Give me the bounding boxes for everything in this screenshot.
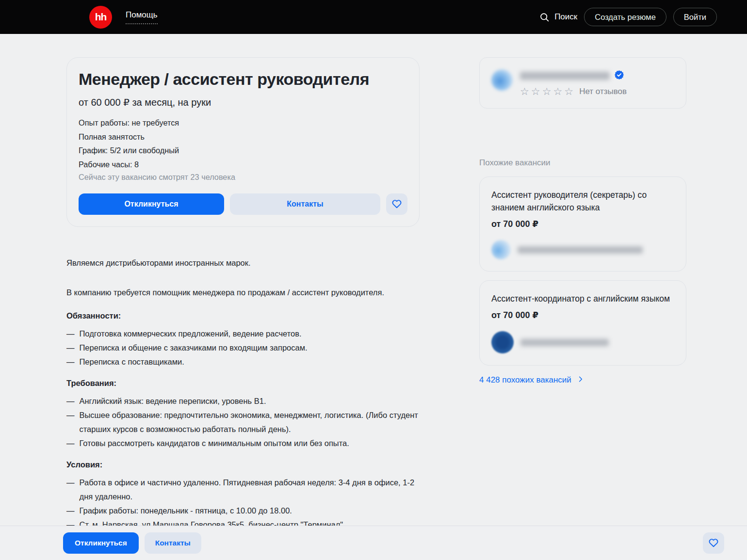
content: Менеджер / ассистент руководителя от 60 … xyxy=(0,34,747,553)
vacancy-salary: от 60 000 ₽ за месяц, на руки xyxy=(79,96,407,108)
sidebar: ☆ ☆ ☆ ☆ ☆ Нет отзывов Похожие вакансии А… xyxy=(479,57,686,385)
list-item-text: Работа в офисе и частично удаленно. Пяти… xyxy=(80,476,420,504)
star-icon: ☆ xyxy=(531,86,540,96)
login-button[interactable]: Войти xyxy=(673,8,717,26)
vacancy-details: Опыт работы: не требуется Полная занятос… xyxy=(79,116,407,171)
hh-logo[interactable]: hh xyxy=(89,6,112,29)
vacancy-detail-employment: Полная занятость xyxy=(79,130,407,144)
list-item: —Переписка и общение с заказчиками по вх… xyxy=(66,341,420,355)
vacancy-page: hh Помощь Поиск Создать резюме Войти Мен… xyxy=(0,0,747,560)
list-item: —Переписка с поставщиками. xyxy=(66,355,420,369)
description-intro: Являемся дистрибьюторами иностранных мар… xyxy=(66,257,420,269)
list-item: —График работы: понедельник - пятница, с… xyxy=(66,504,420,518)
star-icon: ☆ xyxy=(542,86,552,96)
favorite-button[interactable] xyxy=(386,193,407,215)
bullet-dash: — xyxy=(66,476,75,504)
list-item: —Готовы рассмотреть кандидатов с минимал… xyxy=(66,436,420,450)
vacancy-detail-experience: Опыт работы: не требуется xyxy=(79,116,407,130)
duties-list: —Подготовка коммерческих предложений, ве… xyxy=(66,327,420,369)
list-item: —Подготовка коммерческих предложений, ве… xyxy=(66,327,420,341)
similar-vacancy-salary: от 70 000 ₽ xyxy=(491,310,674,320)
section-heading-conditions: Условия: xyxy=(66,458,420,472)
bullet-dash: — xyxy=(66,504,75,518)
favorite-button-bottom[interactable] xyxy=(703,532,724,554)
similar-vacancy-card[interactable]: Ассистент руководителя (секретарь) со зн… xyxy=(479,176,686,272)
apply-button[interactable]: Откликнуться xyxy=(79,193,224,215)
vacancy-card: Менеджер / ассистент руководителя от 60 … xyxy=(66,57,420,227)
bullet-dash: — xyxy=(66,394,75,408)
company-meta: ☆ ☆ ☆ ☆ ☆ Нет отзывов xyxy=(520,69,674,96)
similar-vacancy-title: Ассистент руководителя (секретарь) со зн… xyxy=(491,189,674,214)
similar-company-row xyxy=(491,240,674,259)
search-label: Поиск xyxy=(554,12,577,22)
star-icon: ☆ xyxy=(520,86,529,96)
similar-vacancies-heading: Похожие вакансии xyxy=(479,158,686,168)
section-heading-duties: Обязанности: xyxy=(66,309,420,323)
company-name-row xyxy=(520,70,674,81)
list-item-text: Готовы рассмотреть кандидатов с минималь… xyxy=(80,436,420,450)
list-item-text: Подготовка коммерческих предложений, вед… xyxy=(80,327,420,341)
list-item: —Работа в офисе и частично удаленно. Пят… xyxy=(66,476,420,504)
list-item-text: Переписка с поставщиками. xyxy=(80,355,420,369)
list-item: —Английский язык: ведение переписки, уро… xyxy=(66,394,420,408)
bullet-dash: — xyxy=(66,327,75,341)
contacts-button-bottom[interactable]: Контакты xyxy=(145,532,201,554)
hh-logo-text: hh xyxy=(95,11,107,23)
description-intro2: В компанию требуется помощник менеджера … xyxy=(66,287,420,298)
contacts-button[interactable]: Контакты xyxy=(230,193,380,215)
vacancy-actions: Откликнуться Контакты xyxy=(79,193,407,215)
vacancy-detail-hours: Рабочие часы: 8 xyxy=(79,158,407,172)
company-avatar xyxy=(491,240,511,259)
search-button[interactable]: Поиск xyxy=(539,12,577,22)
search-icon xyxy=(539,12,550,22)
list-item-text: Высшее образование: предпочтительно экон… xyxy=(80,408,420,436)
company-avatar xyxy=(491,69,513,91)
verified-badge-icon xyxy=(615,70,624,81)
heart-icon xyxy=(708,537,719,550)
bullet-dash: — xyxy=(66,355,75,369)
apply-button-bottom[interactable]: Откликнуться xyxy=(63,532,139,554)
bullet-dash: — xyxy=(66,341,75,355)
top-nav: hh Помощь Поиск Создать резюме Войти xyxy=(0,0,747,34)
similar-company-row xyxy=(491,331,674,353)
company-name-blurred xyxy=(520,339,609,346)
list-item-text: Английский язык: ведение переписки, уров… xyxy=(80,394,420,408)
more-similar-vacancies-link[interactable]: 4 428 похожих вакансий xyxy=(479,375,686,385)
company-card[interactable]: ☆ ☆ ☆ ☆ ☆ Нет отзывов xyxy=(479,57,686,109)
chevron-right-icon xyxy=(577,375,584,385)
similar-vacancy-card[interactable]: Ассистент-координатор с английским языко… xyxy=(479,280,686,366)
main-column: Менеджер / ассистент руководителя от 60 … xyxy=(66,57,420,553)
vacancy-detail-schedule: График: 5/2 или свободный xyxy=(79,144,407,158)
star-icon: ☆ xyxy=(564,86,573,96)
company-name-blurred xyxy=(520,72,610,80)
heart-icon xyxy=(391,198,403,211)
section-heading-requirements: Требования: xyxy=(66,376,420,390)
similar-vacancy-salary: от 70 000 ₽ xyxy=(491,219,674,229)
watching-count: Сейчас эту вакансию смотрят 23 человека xyxy=(79,173,407,182)
list-item-text: График работы: понедельник - пятница, с … xyxy=(80,504,420,518)
bullet-dash: — xyxy=(66,408,75,436)
vacancy-title: Менеджер / ассистент руководителя xyxy=(79,69,407,89)
vacancy-description: Являемся дистрибьюторами иностранных мар… xyxy=(66,257,420,546)
reviews-label: Нет отзывов xyxy=(579,87,627,96)
more-link-label: 4 428 похожих вакансий xyxy=(479,375,571,385)
company-rating: ☆ ☆ ☆ ☆ ☆ Нет отзывов xyxy=(520,86,674,96)
bottom-action-bar: Откликнуться Контакты xyxy=(0,526,747,560)
bullet-dash: — xyxy=(66,436,75,450)
similar-vacancy-title: Ассистент-координатор с английским языко… xyxy=(491,292,674,305)
company-avatar xyxy=(491,331,514,353)
list-item-text: Переписка и общение с заказчиками по вхо… xyxy=(80,341,420,355)
top-nav-actions: Поиск Создать резюме Войти xyxy=(539,8,717,26)
company-name-blurred xyxy=(518,246,643,254)
list-item: —Высшее образование: предпочтительно эко… xyxy=(66,408,420,436)
requirements-list: —Английский язык: ведение переписки, уро… xyxy=(66,394,420,450)
create-resume-button[interactable]: Создать резюме xyxy=(584,8,666,26)
star-icon: ☆ xyxy=(553,86,562,96)
help-link[interactable]: Помощь xyxy=(126,10,158,24)
